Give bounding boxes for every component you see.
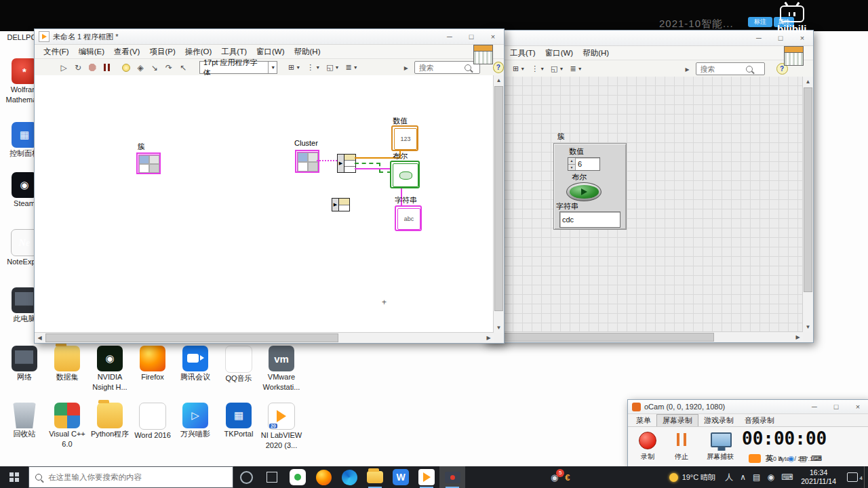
show-desktop-button[interactable] bbox=[864, 466, 868, 488]
scroll-left-icon[interactable]: ◀ bbox=[35, 333, 45, 343]
menu-help[interactable]: 帮助(H) bbox=[578, 47, 614, 60]
menu-tools[interactable]: 工具(T) bbox=[505, 47, 540, 60]
vertical-scrollbar[interactable]: ▲ ▼ bbox=[493, 75, 504, 333]
scrollbar-thumb[interactable] bbox=[494, 86, 503, 311]
boolean-label[interactable]: 布尔 bbox=[572, 172, 587, 182]
numeric-label[interactable]: 数值 bbox=[569, 146, 584, 157]
reorder-dropdown[interactable]: ≣▼ bbox=[344, 62, 360, 74]
task-view-button[interactable] bbox=[259, 466, 285, 488]
step-out-button[interactable]: ↖ bbox=[177, 62, 189, 74]
step-over-button[interactable]: ↷ bbox=[163, 62, 175, 74]
desktop-icon-dataset[interactable]: 数据集 bbox=[45, 346, 89, 382]
volume-icon[interactable]: ∧ bbox=[778, 454, 783, 463]
cluster-terminal[interactable] bbox=[136, 152, 161, 174]
scroll-right-icon[interactable]: ▶ bbox=[793, 332, 803, 342]
taskbar-app-generic[interactable] bbox=[285, 466, 311, 488]
block-diagram-canvas[interactable]: 簇 Cluster ▶ 数值 bbox=[35, 75, 494, 333]
close-button[interactable]: × bbox=[847, 400, 868, 413]
cluster-terminal-label[interactable]: 簇 bbox=[138, 142, 145, 152]
tab-menu[interactable]: 菜单 bbox=[631, 415, 656, 426]
desktop-icon-vmware[interactable]: vm VMware Workstati... bbox=[260, 346, 303, 391]
menu-view[interactable]: 查看(V) bbox=[109, 45, 144, 58]
retain-wire-values-button[interactable]: ◈ bbox=[134, 62, 146, 74]
cluster-label[interactable]: 簇 bbox=[557, 131, 565, 142]
scroll-down-icon[interactable]: ▼ bbox=[803, 322, 813, 332]
weather-widget[interactable]: 19°C 晴朗 bbox=[663, 472, 722, 483]
scroll-up-icon[interactable]: ▲ bbox=[803, 77, 813, 87]
resize-objects-dropdown[interactable]: ◱▼ bbox=[549, 63, 566, 75]
minimize-button[interactable]: ─ bbox=[439, 29, 460, 44]
record-button[interactable] bbox=[639, 432, 656, 449]
taskbar-app-browser[interactable] bbox=[336, 466, 362, 488]
keyboard-icon[interactable]: ⌨ bbox=[778, 472, 796, 482]
toolbar-chevron[interactable]: ▸ bbox=[682, 63, 694, 75]
cluster-constant[interactable] bbox=[295, 150, 319, 173]
user-tray-icon[interactable]: 人 bbox=[722, 472, 736, 483]
ocam-titlebar[interactable]: oCam (0, 0, 1920, 1080) ─ □ × bbox=[628, 400, 868, 414]
boolean-wire[interactable] bbox=[355, 163, 380, 164]
menu-project[interactable]: 项目(P) bbox=[144, 45, 180, 58]
menu-window[interactable]: 窗口(W) bbox=[540, 47, 578, 60]
front-panel-canvas[interactable]: 簇 数值 ▲▼ 布尔 字符串 bbox=[485, 77, 803, 332]
hidden-icons-chevron[interactable]: ∧ bbox=[736, 472, 749, 482]
boolean-wire[interactable] bbox=[379, 163, 380, 172]
scroll-right-icon[interactable]: ▶ bbox=[484, 333, 494, 343]
resize-objects-dropdown[interactable]: ◱▼ bbox=[324, 62, 341, 74]
menu-file[interactable]: 文件(F) bbox=[39, 45, 74, 58]
desktop-icon-tkportal[interactable]: ▦ TKPortal bbox=[217, 403, 260, 439]
network-icon[interactable]: ▤ bbox=[749, 472, 764, 482]
taskbar-search-input[interactable] bbox=[47, 472, 226, 482]
menu-operate[interactable]: 操作(O) bbox=[180, 45, 217, 58]
distribute-objects-dropdown[interactable]: ⋮▼ bbox=[529, 63, 547, 75]
taskbar-search[interactable] bbox=[28, 466, 233, 488]
abort-button[interactable] bbox=[86, 62, 98, 74]
start-button[interactable] bbox=[0, 466, 28, 488]
string-control[interactable] bbox=[559, 211, 620, 228]
highlight-execution-button[interactable] bbox=[120, 62, 132, 74]
scrollbar-thumb[interactable] bbox=[804, 87, 812, 292]
desktop-icon-network[interactable]: 网络 bbox=[3, 346, 46, 382]
cortana-button[interactable] bbox=[233, 466, 259, 488]
maximize-button[interactable]: □ bbox=[460, 29, 482, 44]
boolean-button[interactable] bbox=[566, 182, 601, 201]
desktop-icon-firefox[interactable]: Firefox bbox=[131, 346, 174, 382]
taskbar-clock[interactable]: 16:34 2021/11/14 bbox=[796, 468, 841, 486]
search-input[interactable] bbox=[699, 64, 743, 74]
search-input[interactable] bbox=[418, 63, 461, 73]
overlay-button-a[interactable]: 标注 bbox=[748, 17, 772, 27]
run-button[interactable]: ▷ bbox=[58, 62, 70, 74]
screen-capture-button[interactable] bbox=[711, 432, 732, 447]
menu-tools[interactable]: 工具(T) bbox=[216, 45, 252, 58]
taskbar-app-firefox[interactable] bbox=[311, 466, 336, 488]
block-diagram-titlebar[interactable]: 未命名 1 程序框图 * ─ □ × bbox=[35, 29, 504, 45]
numeric-indicator-label[interactable]: 数值 bbox=[393, 116, 408, 126]
align-objects-dropdown[interactable]: ⊞▼ bbox=[511, 63, 527, 75]
stop-button[interactable] bbox=[677, 433, 686, 446]
taskbar-app-labview[interactable] bbox=[414, 466, 439, 488]
desktop-icon-wanxing[interactable]: ▷ 万兴喵影 bbox=[174, 403, 217, 439]
boolean-indicator-label[interactable]: 布尔 bbox=[393, 151, 408, 161]
numeric-control[interactable]: ▲▼ bbox=[568, 157, 600, 171]
desktop-icon-recycle-bin[interactable]: 回收站 bbox=[3, 403, 46, 439]
desktop-icon-python-folder[interactable]: Python程序 bbox=[88, 403, 132, 439]
unbundle-function-spare[interactable]: ▶ bbox=[332, 198, 350, 211]
maximize-button[interactable]: □ bbox=[825, 400, 847, 413]
menu-edit[interactable]: 编辑(E) bbox=[74, 45, 109, 58]
string-indicator[interactable]: abc bbox=[395, 205, 422, 231]
cluster-control[interactable]: 数值 ▲▼ 布尔 字符串 bbox=[553, 143, 627, 230]
align-objects-dropdown[interactable]: ⊞▼ bbox=[286, 62, 302, 74]
step-into-button[interactable]: ↘ bbox=[149, 62, 161, 74]
numeric-input[interactable] bbox=[576, 160, 599, 168]
cluster-wire[interactable] bbox=[317, 160, 337, 161]
string-indicator-label[interactable]: 字符串 bbox=[395, 195, 417, 205]
action-center-button[interactable]: 4 bbox=[841, 472, 864, 482]
bilibili-tray-icon[interactable] bbox=[749, 454, 761, 463]
currency-tray-icon[interactable]: € bbox=[565, 472, 570, 483]
ime-indicator[interactable]: 英 bbox=[766, 453, 773, 464]
string-input[interactable] bbox=[560, 216, 620, 224]
taskbar-file-explorer[interactable] bbox=[362, 466, 388, 488]
horizontal-scrollbar[interactable]: ◀ ▶ bbox=[35, 332, 494, 343]
app-with-badge[interactable]: ◉5 bbox=[551, 472, 558, 483]
menu-help[interactable]: 帮助(H) bbox=[290, 45, 326, 58]
scroll-up-icon[interactable]: ▲ bbox=[494, 75, 504, 85]
